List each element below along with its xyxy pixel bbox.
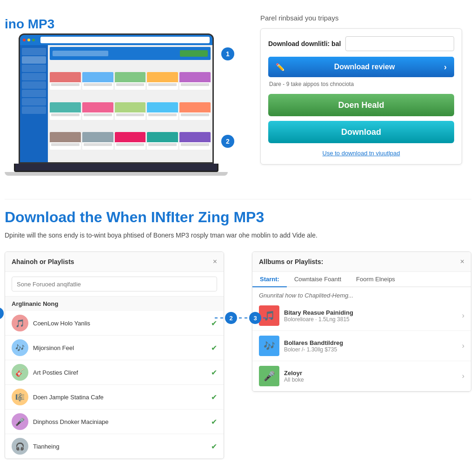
- screen-sidebar: [20, 45, 48, 162]
- album-thumb-3: 🎤: [259, 366, 279, 386]
- max-dot: [32, 39, 35, 41]
- laptop-base: [14, 164, 218, 172]
- panel-subtitle: Parel rinbsaid you tripays: [260, 14, 462, 22]
- song-item-4[interactable]: 🎼 Doen Jample Statina Cafe ✔: [5, 385, 224, 410]
- album-item-3[interactable]: 🎤 Zeloyr All boke ›: [252, 361, 471, 391]
- divider: [5, 199, 471, 199]
- album-artist-1: Bolorelioare · 1.5Lng 3815: [284, 316, 457, 323]
- song-avatar-1: 🎵: [12, 315, 28, 331]
- check-icon-3: ✔: [211, 368, 217, 377]
- album-info-3: Zeloyr All boke: [284, 370, 457, 383]
- laptop-bottom: [5, 172, 228, 176]
- song-name-6: Tianheing: [33, 443, 206, 450]
- url-bar: [40, 37, 210, 43]
- page-title: ino MP3: [5, 9, 228, 33]
- song-item-5[interactable]: 🎤 Dinphoss Dnoker Maciniape ✔: [5, 410, 224, 434]
- download-link[interactable]: Use to download tn viuutlpad: [268, 150, 454, 157]
- dash-right: [239, 317, 247, 318]
- check-icon-4: ✔: [211, 393, 217, 402]
- album-section-title: Gnunrital how to Chaplited-Hemg...: [252, 287, 471, 301]
- close-dot: [23, 39, 26, 41]
- right-panel-close-button[interactable]: ×: [460, 258, 464, 266]
- album-artist-3: All boke: [284, 377, 457, 383]
- song-avatar-3: 🎸: [12, 364, 28, 381]
- section-description: Dpinite will the sons endy is to-wint bo…: [5, 231, 471, 240]
- download-button[interactable]: Download: [268, 121, 454, 143]
- album-name-2: Bollares Bandtildreg: [284, 339, 457, 346]
- download-input[interactable]: [345, 36, 454, 51]
- album-info-1: Bitary Reasue Painiding Bolorelioare · 1…: [284, 309, 457, 323]
- song-avatar-5: 🎤: [12, 413, 28, 430]
- check-icon-6: ✔: [211, 442, 217, 451]
- tab-bar: Starnt: Cowntaise Foantt Foorm Elneips: [252, 272, 471, 287]
- screen-content: [48, 45, 212, 162]
- left-panel-card: Ahainoh or Playlists × Arglinanic Nong 🎵…: [5, 251, 224, 459]
- step-1-indicator: 1: [0, 307, 4, 319]
- bottom-section: 1 Ahainoh or Playlists × Arglinanic Nong…: [5, 251, 471, 459]
- download-label: Download downlitli: bal: [268, 40, 341, 47]
- download-box: Download downlitli: bal ✏️ Download revi…: [260, 28, 462, 165]
- tab-foorm[interactable]: Foorm Elneips: [349, 272, 403, 286]
- laptop-screenshot: [19, 33, 214, 164]
- step-3-circle: 3: [249, 312, 261, 324]
- album-artist-2: Boloer /- 1.30llg $735: [284, 346, 457, 353]
- song-name-5: Dinphoss Dnoker Maciniape: [33, 418, 206, 425]
- green-download-button[interactable]: Doen Heald: [268, 94, 454, 116]
- song-item-3[interactable]: 🎸 Art Posties Cliref ✔: [5, 360, 224, 385]
- dash-left: [215, 317, 223, 318]
- song-avatar-4: 🎼: [12, 389, 28, 405]
- tab-starnt[interactable]: Starnt:: [252, 272, 287, 286]
- song-name-1: CoenLow Holo Yanlis: [33, 320, 206, 327]
- section-title: Download the When INfIter Zing MP3: [5, 209, 471, 226]
- song-name-3: Art Posties Cliref: [33, 369, 206, 376]
- left-panel-title: Ahainoh or Playlists: [12, 258, 74, 265]
- song-avatar-6: 🎧: [12, 438, 28, 455]
- album-thumb-2: 🎶: [259, 336, 279, 356]
- left-panel-close-button[interactable]: ×: [213, 258, 217, 266]
- review-button[interactable]: ✏️ Download review ›: [268, 57, 454, 77]
- chevron-right-icon: ›: [444, 62, 447, 72]
- check-icon-2: ✔: [211, 344, 217, 352]
- left-panel-section-title: Arglinanic Nong: [5, 297, 224, 311]
- step-2-bubble: 2: [221, 135, 234, 148]
- right-panel-title: Allbums or Playlists:: [259, 258, 323, 265]
- song-item-2[interactable]: 🎶 Mijorsinon Feel ✔: [5, 336, 224, 360]
- step-1-circle: 1: [0, 307, 4, 319]
- song-name-4: Doen Jample Statina Cafe: [33, 394, 206, 401]
- album-name-3: Zeloyr: [284, 370, 457, 377]
- left-panel-search-input[interactable]: [12, 277, 217, 291]
- min-dot: [27, 39, 30, 41]
- album-chevron-2: ›: [462, 342, 464, 350]
- song-name-2: Mijorsinon Feel: [33, 344, 206, 351]
- album-name-1: Bitary Reasue Painiding: [284, 309, 457, 316]
- pencil-icon: ✏️: [276, 63, 285, 72]
- album-item-2[interactable]: 🎶 Bollares Bandtildreg Boloer /- 1.30llg…: [252, 331, 471, 361]
- check-icon-5: ✔: [211, 417, 217, 426]
- song-item-6[interactable]: 🎧 Tianheing ✔: [5, 434, 224, 459]
- step-2-circle: 2: [225, 312, 237, 324]
- dash-right-2: [263, 317, 271, 318]
- tab-cowntaise[interactable]: Cowntaise Foantt: [287, 272, 349, 286]
- song-avatar-2: 🎶: [12, 339, 28, 356]
- album-info-2: Bollares Bandtildreg Boloer /- 1.30llg $…: [284, 339, 457, 353]
- album-chevron-1: ›: [462, 311, 464, 320]
- note-text: Dare - 9 take aippos tos chnociota: [268, 81, 454, 87]
- song-item-1[interactable]: 🎵 CoenLow Holo Yanlis ✔: [5, 311, 224, 336]
- step-1-bubble: 1: [221, 47, 234, 60]
- album-item-1[interactable]: 🎵 Bitary Reasue Painiding Bolorelioare ·…: [252, 301, 471, 331]
- right-panel-card: Allbums or Playlists: × Starnt: Cowntais…: [252, 251, 471, 392]
- album-chevron-3: ›: [462, 372, 464, 380]
